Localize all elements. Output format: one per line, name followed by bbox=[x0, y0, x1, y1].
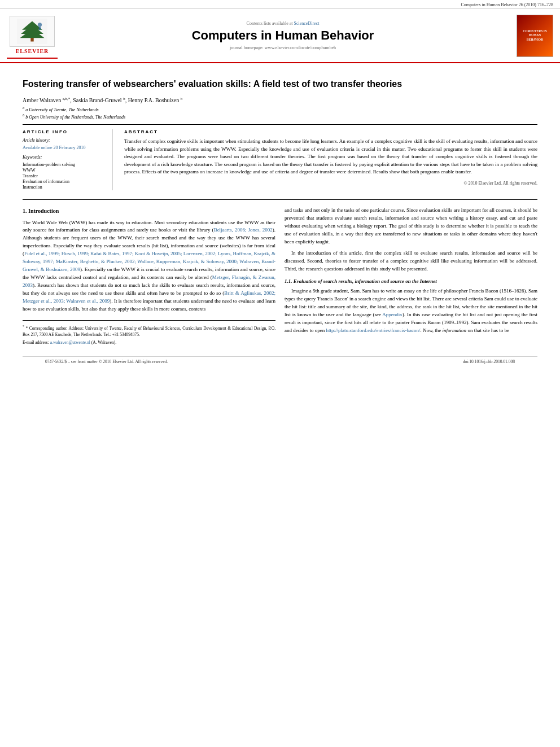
article-info-header: ARTICLE INFO bbox=[23, 129, 106, 134]
ref-britt: Britt & Aglinskas, 2002; Metzger et al.,… bbox=[23, 290, 275, 304]
keywords-label: Keywords: bbox=[23, 155, 106, 160]
copyright-text: © 2010 Elsevier Ltd. All rights reserved… bbox=[124, 181, 537, 186]
journal-header: ELSEVIER Contents lists available at Sci… bbox=[0, 9, 560, 63]
ref-url: http://plato.stanford.edu/entries/franci… bbox=[326, 327, 420, 333]
history-label: Article history: bbox=[23, 138, 106, 143]
intro-para-3: In the introduction of this article, fir… bbox=[285, 250, 537, 273]
article-info-panel: ARTICLE INFO Article history: Available … bbox=[23, 129, 113, 190]
intro-para-1: The World Wide Web (WWW) has made its wa… bbox=[23, 219, 275, 313]
keyword-3: Transfer bbox=[23, 173, 106, 178]
ref-fidel: Fidel et al., 1999; Hirsch, 1999; Kafai … bbox=[23, 251, 275, 272]
keyword-1: Information-problem solving bbox=[23, 162, 106, 167]
cover-title-text: COMPUTERS IN HUMAN BEHAVIOR bbox=[523, 29, 547, 41]
intro-para-4: Imagine a 9th grade student, Sam. Sam ha… bbox=[285, 287, 537, 335]
available-online: Available online 20 February 2010 bbox=[23, 145, 106, 150]
footnote-corresponding: * * Corresponding author. Address: Unive… bbox=[23, 324, 275, 338]
science-direct-link[interactable]: ScienceDirect bbox=[294, 21, 320, 26]
journal-cover: COMPUTERS IN HUMAN BEHAVIOR bbox=[508, 15, 553, 57]
footnote-email: E-mail address: a.walraven@utwente.nl (A… bbox=[23, 339, 275, 346]
header-divider bbox=[23, 124, 537, 125]
ref-metzger: Metzger, Flanagin, & Zwarun, 2003 bbox=[23, 274, 275, 288]
elsevier-logo-section: ELSEVIER bbox=[7, 12, 58, 59]
citation-text: Computers in Human Behavior 26 (2010) 71… bbox=[461, 2, 553, 7]
journal-center-info: Contents lists available at ScienceDirec… bbox=[58, 21, 508, 50]
abstract-header: ABSTRACT bbox=[124, 129, 537, 134]
svg-point-5 bbox=[38, 23, 42, 27]
elsevier-tree-icon bbox=[15, 19, 49, 44]
article-meta-section: ARTICLE INFO Article history: Available … bbox=[23, 129, 537, 190]
keyword-5: Instruction bbox=[23, 185, 106, 190]
authors-line: Amber Walraven a,b,*, Saskia Brand-Gruwe… bbox=[23, 96, 537, 103]
intro-title: 1. Introduction bbox=[23, 207, 275, 216]
affiliation-b: b b Open University of the Netherlands, … bbox=[23, 113, 537, 120]
journal-title: Computers in Human Behavior bbox=[58, 28, 508, 43]
footnote-email-address[interactable]: a.walraven@utwente.nl bbox=[50, 340, 90, 345]
footnotes-section: * * Corresponding author. Address: Unive… bbox=[23, 320, 275, 346]
article-content: Fostering transfer of websearchers' eval… bbox=[0, 63, 560, 372]
sub-section-title-1-1: 1.1. Evaluation of search results, infor… bbox=[285, 278, 537, 286]
cover-image: COMPUTERS IN HUMAN BEHAVIOR bbox=[517, 15, 553, 57]
keyword-2: WWW bbox=[23, 168, 106, 173]
doi-text: doi:10.1016/j.chb.2010.01.008 bbox=[463, 359, 515, 364]
column-left: 1. Introduction The World Wide Web (WWW)… bbox=[23, 207, 275, 347]
science-direct-line: Contents lists available at ScienceDirec… bbox=[58, 21, 508, 26]
affiliation-a: a a University of Twente, The Netherland… bbox=[23, 106, 537, 112]
abstract-panel: ABSTRACT Transfer of complex cognitive s… bbox=[124, 129, 537, 190]
bottom-bar: 0747-5632/$ – see front matter © 2010 El… bbox=[23, 356, 537, 366]
journal-homepage: journal homepage: www.elsevier.com/locat… bbox=[58, 45, 508, 50]
citation-bar: Computers in Human Behavior 26 (2010) 71… bbox=[0, 0, 560, 9]
ref-appendix: Appendix bbox=[382, 312, 403, 317]
issn-text: 0747-5632/$ – see front matter © 2010 El… bbox=[45, 359, 168, 364]
ref-beljaarts: Beljaarts, 2006; Jones, 2002 bbox=[214, 227, 273, 233]
elsevier-brand-text: ELSEVIER bbox=[16, 48, 49, 54]
article-title: Fostering transfer of websearchers' eval… bbox=[23, 78, 537, 90]
elsevier-logo-box bbox=[10, 16, 55, 47]
intro-para-2: and tasks and not only in the tasks of o… bbox=[285, 207, 537, 246]
keyword-4: Evaluation of information bbox=[23, 179, 106, 184]
main-body: 1. Introduction The World Wide Web (WWW)… bbox=[23, 199, 537, 347]
author-walraven: Amber Walraven a,b,*, Saskia Brand-Gruwe… bbox=[23, 97, 182, 103]
column-right: and tasks and not only in the tasks of o… bbox=[285, 207, 537, 347]
svg-rect-6 bbox=[39, 27, 41, 29]
abstract-text: Transfer of complex cognitive skills is … bbox=[124, 138, 537, 176]
